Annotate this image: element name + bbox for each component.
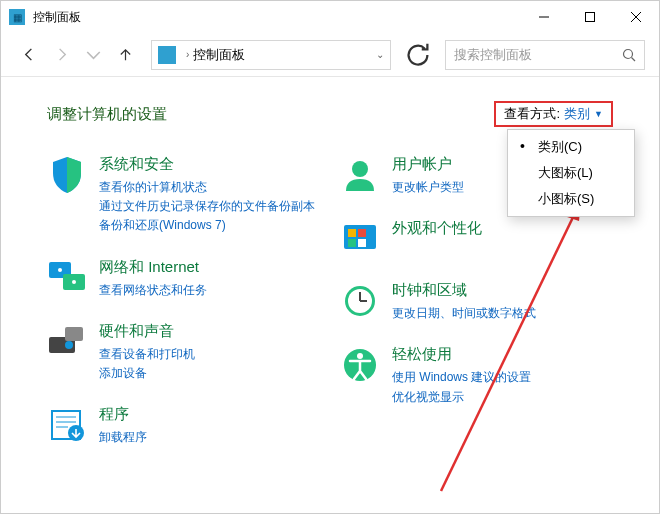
category-link[interactable]: 通过文件历史记录保存你的文件备份副本 [99,197,315,216]
category-link[interactable]: 添加设备 [99,364,195,383]
category-item: 网络和 Internet查看网络状态和任务 [47,258,320,300]
chevron-down-icon[interactable]: ⌄ [376,49,384,60]
search-input[interactable]: 搜索控制面板 [445,40,645,70]
svg-rect-20 [348,229,356,237]
category-title[interactable]: 轻松使用 [392,345,531,364]
chevron-right-icon: › [186,49,189,60]
minimize-button[interactable] [521,1,567,33]
toolbar: › 控制面板 ⌄ 搜索控制面板 [1,33,659,77]
view-by: 查看方式: 类别 ▼ [494,101,613,127]
category-link[interactable]: 更改帐户类型 [392,178,464,197]
path-icon [158,46,176,64]
category-icon [340,345,380,385]
category-item: 轻松使用使用 Windows 建议的设置优化视觉显示 [340,345,613,406]
svg-rect-22 [348,239,356,247]
category-title[interactable]: 程序 [99,405,147,424]
svg-line-5 [632,57,636,61]
path-text: 控制面板 [193,46,245,64]
maximize-button[interactable] [567,1,613,33]
svg-rect-21 [358,229,366,237]
category-title[interactable]: 系统和安全 [99,155,315,174]
svg-point-4 [624,49,633,58]
svg-point-9 [72,280,76,284]
svg-point-8 [58,268,62,272]
menu-item[interactable]: 类别(C) [508,134,634,160]
svg-point-29 [357,353,363,359]
history-button[interactable] [79,41,107,69]
window-title: 控制面板 [33,9,521,26]
category-link[interactable]: 优化视觉显示 [392,388,531,407]
search-icon [622,48,636,62]
category-link[interactable]: 使用 Windows 建议的设置 [392,368,531,387]
category-item: 系统和安全查看你的计算机状态通过文件历史记录保存你的文件备份副本备份和还原(Wi… [47,155,320,236]
svg-rect-12 [65,327,83,341]
category-link[interactable]: 更改日期、时间或数字格式 [392,304,536,323]
category-link[interactable]: 卸载程序 [99,428,147,447]
svg-rect-23 [358,239,366,247]
forward-button[interactable] [47,41,75,69]
titlebar: ▦ 控制面板 [1,1,659,33]
category-item: 外观和个性化 [340,219,613,259]
svg-point-18 [352,161,368,177]
category-title[interactable]: 用户帐户 [392,155,464,174]
control-panel-icon: ▦ [9,9,25,25]
category-icon [340,155,380,195]
category-link[interactable]: 查看设备和打印机 [99,345,195,364]
category-icon [47,322,87,362]
category-icon [47,155,87,195]
category-title[interactable]: 外观和个性化 [392,219,482,238]
category-title[interactable]: 网络和 Internet [99,258,207,277]
category-title[interactable]: 时钟和区域 [392,281,536,300]
viewby-value[interactable]: 类别 [564,105,590,123]
category-icon [340,219,380,259]
viewby-label: 查看方式: [504,105,560,123]
menu-item[interactable]: 大图标(L) [508,160,634,186]
category-icon [47,405,87,445]
category-icon [340,281,380,321]
category-item: 时钟和区域更改日期、时间或数字格式 [340,281,613,323]
category-icon [47,258,87,298]
refresh-button[interactable] [403,40,433,70]
search-placeholder: 搜索控制面板 [454,46,532,64]
svg-rect-1 [586,13,595,22]
category-title[interactable]: 硬件和声音 [99,322,195,341]
close-button[interactable] [613,1,659,33]
back-button[interactable] [15,41,43,69]
menu-item[interactable]: 小图标(S) [508,186,634,212]
category-item: 硬件和声音查看设备和打印机添加设备 [47,322,320,383]
category-link[interactable]: 查看网络状态和任务 [99,281,207,300]
category-link[interactable]: 查看你的计算机状态 [99,178,315,197]
chevron-down-icon[interactable]: ▼ [594,109,603,119]
address-bar[interactable]: › 控制面板 ⌄ [151,40,391,70]
category-item: 程序卸载程序 [47,405,320,447]
page-title: 调整计算机的设置 [47,105,167,124]
up-button[interactable] [111,41,139,69]
category-link[interactable]: 备份和还原(Windows 7) [99,216,315,235]
viewby-menu: 类别(C)大图标(L)小图标(S) [507,129,635,217]
svg-point-11 [65,341,73,349]
